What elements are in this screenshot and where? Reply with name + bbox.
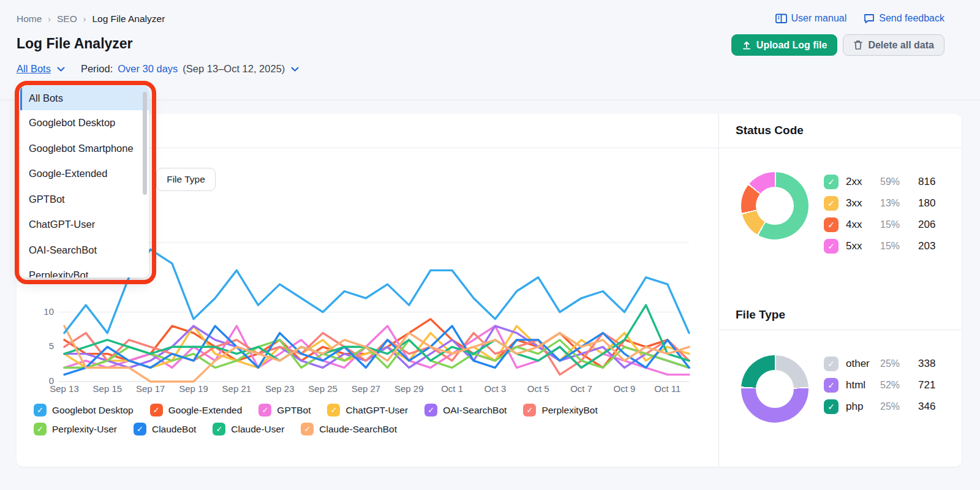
legend-item-chatgpt-user[interactable]: ✓ChatGPT-User xyxy=(327,404,408,417)
file-type-legend: ✓other25%338✓html52%721✓php25%346 xyxy=(824,356,935,414)
status-code-legend-item-2xx[interactable]: ✓2xx59%816 xyxy=(824,175,935,189)
main-card: 0510 Sep 13Sep 15Sep 17Sep 19Sep 21Sep 2… xyxy=(17,114,962,467)
file-type-donut xyxy=(741,355,809,423)
slice-count: 206 xyxy=(918,219,935,231)
legend-label: Claude-User xyxy=(231,424,284,435)
x-tick-label: Oct 5 xyxy=(517,383,560,394)
x-tick-label: Sep 21 xyxy=(215,383,258,394)
checkbox-checked-icon[interactable]: ✓ xyxy=(424,404,437,417)
chevron-down-icon[interactable] xyxy=(291,67,299,72)
x-tick-label: Sep 23 xyxy=(258,383,301,394)
user-manual-label: User manual xyxy=(791,13,847,24)
user-manual-link[interactable]: User manual xyxy=(775,13,847,24)
slice-percent: 15% xyxy=(880,219,918,230)
dropdown-item-gptbot[interactable]: GPTBot xyxy=(20,187,149,213)
dropdown-item-google-extended[interactable]: Google-Extended xyxy=(20,161,149,187)
slice-percent: 25% xyxy=(880,358,918,369)
slice-percent: 25% xyxy=(880,401,918,412)
file-type-legend-item-php[interactable]: ✓php25%346 xyxy=(824,399,935,414)
panel-divider xyxy=(718,114,719,467)
y-tick-label: 10 xyxy=(29,306,54,317)
dropdown-item-perplexitybot[interactable]: PerplexityBot xyxy=(20,263,149,277)
checkbox-checked-icon[interactable]: ✓ xyxy=(824,175,839,189)
checkbox-checked-icon[interactable]: ✓ xyxy=(213,423,225,435)
slice-label: 3xx xyxy=(846,197,880,209)
x-tick-label: Sep 17 xyxy=(129,383,172,394)
dropdown-item-chatgpt-user[interactable]: ChatGPT-User xyxy=(20,212,149,238)
chevron-down-icon[interactable] xyxy=(57,67,65,72)
send-feedback-link[interactable]: Send feedback xyxy=(864,13,944,24)
checkbox-checked-icon[interactable]: ✓ xyxy=(824,239,839,254)
bot-filter-dropdown: All BotsGooglebot DesktopGooglebot Smart… xyxy=(20,86,149,277)
slice-count: 203 xyxy=(918,240,935,252)
legend-item-claude-searchbot[interactable]: ✓Claude-SearchBot xyxy=(301,423,397,435)
status-code-legend-item-3xx[interactable]: ✓3xx13%180 xyxy=(824,196,935,211)
checkbox-checked-icon[interactable]: ✓ xyxy=(301,423,314,435)
status-code-legend: ✓2xx59%816✓3xx13%180✓4xx15%206✓5xx15%203 xyxy=(824,175,935,254)
status-code-legend-item-4xx[interactable]: ✓4xx15%206 xyxy=(824,217,935,232)
delete-all-data-button[interactable]: Delete all data xyxy=(843,34,944,56)
chat-bubble-icon xyxy=(864,13,875,24)
checkbox-checked-icon[interactable]: ✓ xyxy=(824,196,839,211)
slice-percent: 52% xyxy=(880,380,918,391)
legend-row-1: ✓Googlebot Desktop✓Google-Extended✓GPTBo… xyxy=(34,404,705,417)
upload-icon xyxy=(742,40,752,50)
legend-item-claude-user[interactable]: ✓Claude-User xyxy=(213,423,284,435)
dropdown-scrollbar[interactable] xyxy=(143,92,147,195)
legend-item-perplexity-user[interactable]: ✓Perplexity-User xyxy=(34,423,117,435)
checkbox-checked-icon[interactable]: ✓ xyxy=(34,404,47,417)
legend-label: PerplexityBot xyxy=(541,405,597,416)
x-tick-label: Oct 11 xyxy=(646,383,689,394)
breadcrumb-home[interactable]: Home xyxy=(17,13,42,24)
x-tick-label: Sep 19 xyxy=(172,383,215,394)
legend-item-claudebot[interactable]: ✓ClaudeBot xyxy=(134,423,196,435)
legend-item-oai-searchbot[interactable]: ✓OAI-SearchBot xyxy=(424,404,507,417)
send-feedback-label: Send feedback xyxy=(879,13,944,24)
dropdown-item-googlebot-desktop[interactable]: Googlebot Desktop xyxy=(20,110,149,136)
legend-item-googlebot-desktop[interactable]: ✓Googlebot Desktop xyxy=(34,404,134,417)
file-type-legend-item-other[interactable]: ✓other25%338 xyxy=(824,356,935,371)
chevron-right-icon: › xyxy=(48,14,51,24)
upload-log-file-button[interactable]: Upload Log file xyxy=(731,34,838,56)
checkbox-checked-icon[interactable]: ✓ xyxy=(824,399,839,414)
checkbox-checked-icon[interactable]: ✓ xyxy=(258,404,271,417)
legend-item-google-extended[interactable]: ✓Google-Extended xyxy=(150,404,243,417)
trash-icon xyxy=(853,40,863,50)
checkbox-checked-icon[interactable]: ✓ xyxy=(523,404,536,417)
file-type-tab-button[interactable]: File Type xyxy=(156,168,216,191)
slice-count: 180 xyxy=(918,197,935,209)
line-series-chatgpt-user xyxy=(64,326,689,368)
legend-item-perplexitybot[interactable]: ✓PerplexityBot xyxy=(523,404,597,417)
bot-filter-trigger[interactable]: All Bots xyxy=(17,63,51,75)
dropdown-item-all-bots[interactable]: All Bots xyxy=(20,86,149,110)
checkbox-checked-icon[interactable]: ✓ xyxy=(824,378,839,393)
breadcrumb: Home › SEO › Log File Analyzer xyxy=(17,13,165,24)
slice-label: 5xx xyxy=(846,240,880,252)
status-code-legend-item-5xx[interactable]: ✓5xx15%203 xyxy=(824,239,935,254)
checkbox-checked-icon[interactable]: ✓ xyxy=(134,423,146,435)
file-type-legend-item-html[interactable]: ✓html52%721 xyxy=(824,378,935,393)
slice-count: 816 xyxy=(918,176,935,188)
checkbox-checked-icon[interactable]: ✓ xyxy=(34,423,47,435)
status-code-donut xyxy=(741,172,809,239)
checkbox-checked-icon[interactable]: ✓ xyxy=(824,217,839,232)
top-links: User manual Send feedback xyxy=(775,13,944,24)
y-tick-label: 5 xyxy=(29,341,54,351)
dropdown-item-googlebot-smartphone[interactable]: Googlebot Smartphone xyxy=(20,136,149,162)
legend-label: GPTBot xyxy=(277,405,311,416)
checkbox-checked-icon[interactable]: ✓ xyxy=(327,404,340,417)
legend-label: Claude-SearchBot xyxy=(319,424,397,435)
slice-percent: 15% xyxy=(880,241,918,252)
legend-label: Googlebot Desktop xyxy=(52,405,134,416)
period-value[interactable]: Over 30 days xyxy=(118,63,178,75)
checkbox-checked-icon[interactable]: ✓ xyxy=(150,404,163,417)
slice-count: 346 xyxy=(918,401,935,413)
dropdown-item-oai-searchbot[interactable]: OAI-SearchBot xyxy=(20,238,149,263)
breadcrumb-seo[interactable]: SEO xyxy=(57,13,77,24)
status-code-title: Status Code xyxy=(736,124,804,137)
checkbox-checked-icon[interactable]: ✓ xyxy=(824,356,839,371)
x-tick-label: Oct 9 xyxy=(603,383,646,394)
legend-item-gptbot[interactable]: ✓GPTBot xyxy=(258,404,311,417)
file-type-divider xyxy=(718,330,962,330)
delete-button-label: Delete all data xyxy=(868,40,934,51)
